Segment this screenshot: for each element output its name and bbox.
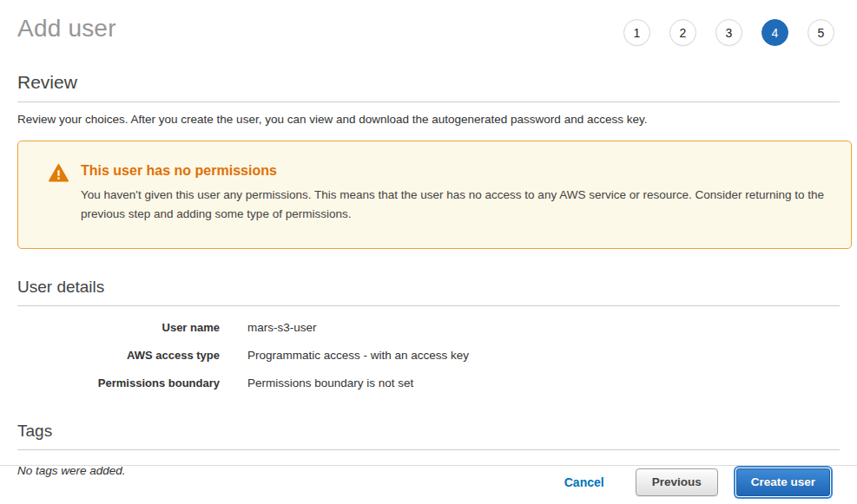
create-user-button[interactable]: Create user	[736, 468, 830, 496]
warning-text-block: This user has no permissions You haven't…	[81, 162, 825, 224]
no-permissions-warning-banner: This user has no permissions You haven't…	[17, 141, 852, 249]
step-indicator-3[interactable]: 3	[715, 19, 742, 46]
detail-value: Permissions boundary is not set	[247, 376, 413, 389]
detail-row-access-type: AWS access type Programmatic access - wi…	[17, 349, 840, 362]
detail-label: Permissions boundary	[17, 376, 220, 389]
cancel-button[interactable]: Cancel	[564, 475, 604, 489]
detail-value: Programmatic access - with an access key	[247, 349, 469, 362]
tags-heading: Tags	[17, 422, 840, 450]
detail-label: User name	[17, 321, 220, 334]
warning-inner: This user has no permissions You haven't…	[49, 162, 825, 224]
warning-title: This user has no permissions	[81, 162, 825, 180]
detail-label: AWS access type	[17, 349, 220, 362]
warning-body: You haven't given this user any permissi…	[81, 186, 825, 224]
step-indicator-2[interactable]: 2	[669, 19, 696, 46]
review-heading: Review	[17, 72, 840, 102]
step-indicator-4-active[interactable]: 4	[761, 19, 788, 46]
detail-value: mars-s3-user	[247, 321, 317, 334]
step-indicator-1[interactable]: 1	[623, 19, 650, 46]
detail-row-permissions-boundary: Permissions boundary Permissions boundar…	[17, 376, 840, 389]
review-section: Review Review your choices. After you cr…	[17, 72, 840, 126]
review-description: Review your choices. After you create th…	[17, 113, 840, 126]
wizard-header: Add user 1 2 3 4 5	[0, 0, 857, 46]
wizard-step-indicator: 1 2 3 4 5	[623, 19, 834, 46]
user-details-section: User details User name mars-s3-user AWS …	[17, 278, 840, 389]
user-details-heading: User details	[17, 278, 840, 306]
page-title: Add user	[17, 14, 116, 43]
main-content: Review Review your choices. After you cr…	[0, 72, 857, 477]
previous-button[interactable]: Previous	[636, 468, 718, 496]
warning-triangle-icon	[49, 164, 69, 186]
user-details-rows: User name mars-s3-user AWS access type P…	[17, 321, 840, 389]
wizard-footer: Cancel Previous Create user	[0, 465, 857, 504]
detail-row-user-name: User name mars-s3-user	[17, 321, 840, 334]
step-indicator-5[interactable]: 5	[808, 19, 834, 46]
